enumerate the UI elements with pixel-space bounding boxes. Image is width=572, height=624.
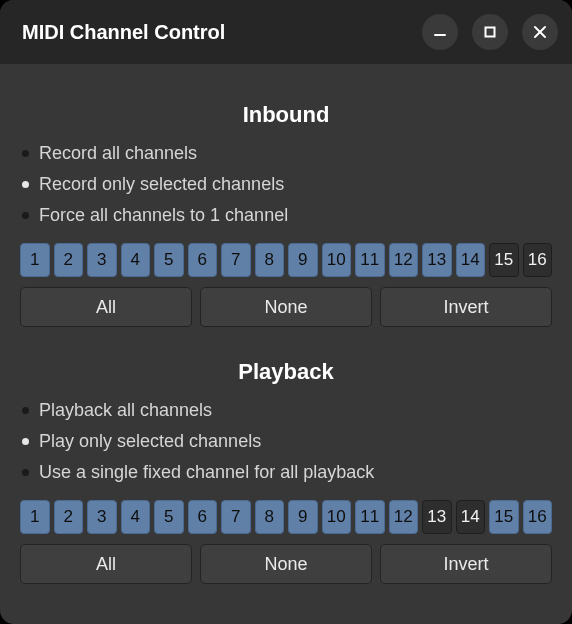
inbound-radio-group: Record all channelsRecord only selected … [20,138,552,231]
playback-radio-label: Play only selected channels [39,431,261,452]
playback-channel-15[interactable]: 15 [489,500,519,534]
playback-channel-11[interactable]: 11 [355,500,385,534]
playback-channel-12[interactable]: 12 [389,500,419,534]
radio-dot-icon [22,469,29,476]
playback-invert-button[interactable]: Invert [380,544,552,584]
inbound-radio-label: Record only selected channels [39,174,284,195]
inbound-channel-10[interactable]: 10 [322,243,352,277]
inbound-all-button[interactable]: All [20,287,192,327]
maximize-icon [483,25,497,39]
radio-dot-icon [22,407,29,414]
inbound-channel-11[interactable]: 11 [355,243,385,277]
close-icon [533,25,547,39]
playback-channel-3[interactable]: 3 [87,500,117,534]
playback-channel-8[interactable]: 8 [255,500,285,534]
playback-radio-1[interactable]: Play only selected channels [20,426,552,457]
radio-dot-icon [22,181,29,188]
inbound-channel-14[interactable]: 14 [456,243,486,277]
playback-radio-0[interactable]: Playback all channels [20,395,552,426]
window-controls [422,14,558,50]
radio-dot-icon [22,212,29,219]
titlebar: MIDI Channel Control [0,0,572,64]
playback-channel-16[interactable]: 16 [523,500,553,534]
inbound-radio-label: Record all channels [39,143,197,164]
playback-heading: Playback [20,359,552,385]
radio-dot-icon [22,150,29,157]
inbound-channel-2[interactable]: 2 [54,243,84,277]
inbound-channel-13[interactable]: 13 [422,243,452,277]
inbound-channel-8[interactable]: 8 [255,243,285,277]
playback-channel-10[interactable]: 10 [322,500,352,534]
inbound-radio-0[interactable]: Record all channels [20,138,552,169]
playback-channel-13[interactable]: 13 [422,500,452,534]
inbound-radio-1[interactable]: Record only selected channels [20,169,552,200]
playback-channel-7[interactable]: 7 [221,500,251,534]
inbound-channel-grid: 12345678910111213141516 [20,243,552,277]
content: Inbound Record all channelsRecord only s… [0,64,572,604]
inbound-heading: Inbound [20,102,552,128]
playback-radio-label: Use a single fixed channel for all playb… [39,462,374,483]
playback-action-row: All None Invert [20,544,552,584]
inbound-channel-4[interactable]: 4 [121,243,151,277]
inbound-channel-6[interactable]: 6 [188,243,218,277]
inbound-channel-12[interactable]: 12 [389,243,419,277]
playback-none-button[interactable]: None [200,544,372,584]
inbound-invert-button[interactable]: Invert [380,287,552,327]
playback-channel-5[interactable]: 5 [154,500,184,534]
playback-channel-1[interactable]: 1 [20,500,50,534]
midi-channel-control-window: MIDI Channel Control Inbound [0,0,572,624]
playback-channel-2[interactable]: 2 [54,500,84,534]
inbound-channel-1[interactable]: 1 [20,243,50,277]
inbound-channel-9[interactable]: 9 [288,243,318,277]
playback-channel-14[interactable]: 14 [456,500,486,534]
inbound-channel-7[interactable]: 7 [221,243,251,277]
playback-radio-label: Playback all channels [39,400,212,421]
window-title: MIDI Channel Control [22,21,422,44]
minimize-icon [433,25,447,39]
inbound-action-row: All None Invert [20,287,552,327]
playback-channel-4[interactable]: 4 [121,500,151,534]
inbound-none-button[interactable]: None [200,287,372,327]
inbound-channel-3[interactable]: 3 [87,243,117,277]
playback-channel-grid: 12345678910111213141516 [20,500,552,534]
inbound-channel-5[interactable]: 5 [154,243,184,277]
svg-rect-1 [486,28,495,37]
inbound-channel-16[interactable]: 16 [523,243,553,277]
playback-radio-group: Playback all channelsPlay only selected … [20,395,552,488]
playback-all-button[interactable]: All [20,544,192,584]
minimize-button[interactable] [422,14,458,50]
inbound-radio-2[interactable]: Force all channels to 1 channel [20,200,552,231]
radio-dot-icon [22,438,29,445]
inbound-radio-label: Force all channels to 1 channel [39,205,288,226]
playback-channel-9[interactable]: 9 [288,500,318,534]
maximize-button[interactable] [472,14,508,50]
playback-radio-2[interactable]: Use a single fixed channel for all playb… [20,457,552,488]
inbound-channel-15[interactable]: 15 [489,243,519,277]
playback-channel-6[interactable]: 6 [188,500,218,534]
close-button[interactable] [522,14,558,50]
